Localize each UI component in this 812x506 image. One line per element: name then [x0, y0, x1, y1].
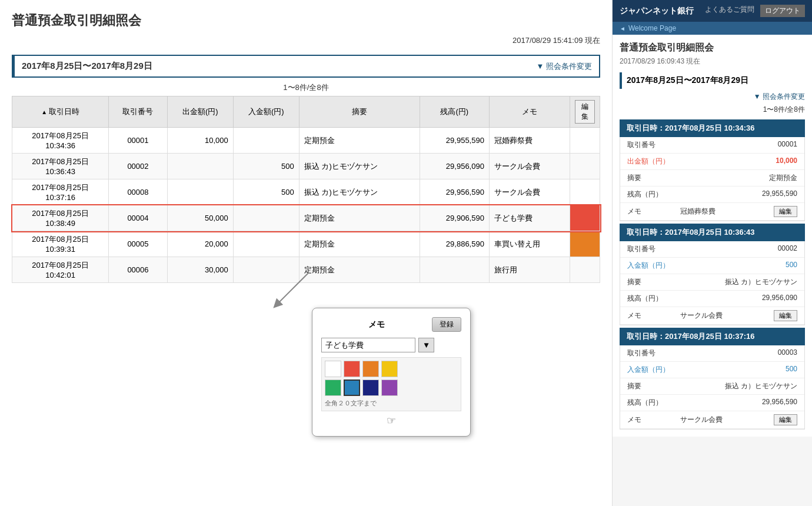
tx-card-header-2: 取引日時：2017年08月25日 10:36:43 [620, 224, 805, 241]
color-swatch-yellow[interactable] [381, 361, 398, 377]
cell-in: 500 [233, 179, 299, 205]
tx-memo-row: メモ 冠婚葬祭費 編集 [620, 203, 804, 221]
table-row: 2017年08月25日10:38:49 00004 50,000 定期預金 29… [12, 205, 600, 231]
cell-desc: 振込 カ)ヒモヅケサン [299, 179, 420, 205]
tx-label: 入金額（円） [627, 365, 680, 375]
tx-detail-row: 残高（円） 29,956,590 [620, 395, 804, 411]
sidebar-header-links: よくあるご質問 ログアウト [705, 5, 805, 17]
memo-register-button[interactable]: 登録 [432, 317, 461, 332]
svg-line-0 [277, 272, 309, 305]
color-swatch-orange[interactable] [362, 361, 379, 377]
faq-link[interactable]: よくあるご質問 [705, 5, 754, 17]
color-swatch-blue[interactable] [344, 380, 360, 396]
sidebar-record-count: 1〜8件/全8件 [620, 105, 805, 115]
cell-date: 2017年08月25日10:37:16 [12, 179, 109, 205]
bank-name: ジャパンネット銀行 [620, 6, 694, 16]
tx-card-header-1: 取引日時：2017年08月25日 10:34:36 [620, 119, 805, 137]
memo-hint-text: 全角２０文字まで [325, 399, 458, 408]
tx-detail-row: 残高（円） 29,955,590 [620, 187, 804, 203]
tx-memo-label: メモ [627, 415, 680, 425]
color-swatch-navy[interactable] [362, 380, 379, 396]
tx-value: 00001 [680, 140, 797, 148]
tx-detail-row: 摘要 振込 カ）ヒモヅケサン [620, 274, 804, 291]
col-header-in: 入金額(円) [233, 96, 299, 128]
tx-label: 出金額（円） [627, 157, 680, 167]
cell-id: 00004 [109, 205, 168, 231]
logout-button[interactable]: ログアウト [760, 5, 805, 17]
tx-value: 定期預金 [680, 173, 797, 183]
cell-edit [570, 154, 600, 179]
cell-date: 2017年08月25日10:36:43 [12, 154, 109, 179]
cell-in: 500 [233, 154, 299, 179]
cell-id: 00006 [109, 257, 168, 283]
cell-desc: 定期預金 [299, 128, 420, 154]
cell-out: 20,000 [167, 231, 233, 257]
tx-detail-row: 出金額（円） 10,000 [620, 154, 804, 170]
tx-label: 残高（円） [627, 294, 680, 304]
tx-card-body-2: 取引番号 00002 入金額（円） 500 摘要 振込 カ）ヒモヅケサン 残高（… [620, 241, 805, 325]
tx-memo-edit-button[interactable]: 編集 [774, 206, 797, 217]
color-swatch-red[interactable] [344, 361, 360, 377]
cell-edit [570, 257, 600, 283]
tx-memo-edit-button[interactable]: 編集 [774, 414, 797, 425]
popup-arrow [259, 249, 324, 314]
tx-value: 29,956,090 [680, 294, 797, 302]
cell-memo: サークル会費 [489, 154, 570, 179]
cell-balance [420, 257, 489, 283]
main-datetime: 2017/08/29 15:41:09 現在 [12, 35, 600, 46]
memo-input-row: ▼ [321, 338, 461, 352]
tx-value: 振込 カ）ヒモヅケサン [680, 381, 797, 391]
cell-out: 30,000 [167, 257, 233, 283]
tx-label: 取引番号 [627, 244, 680, 254]
col-header-id: 取引番号 [109, 96, 168, 128]
welcome-page-link[interactable]: Welcome Page [628, 24, 676, 32]
sidebar-datetime: 2017/08/29 16:09:43 現在 [620, 56, 805, 66]
table-row: 2017年08月25日10:34:36 00001 10,000 定期預金 29… [12, 128, 600, 154]
tx-card-body-1: 取引番号 00001 出金額（円） 10,000 摘要 定期預金 残高（円） 2… [620, 137, 805, 221]
tx-memo-edit-button[interactable]: 編集 [774, 310, 797, 321]
color-swatch-empty [400, 361, 417, 377]
sidebar-condition-change-link[interactable]: 照会条件変更 [754, 92, 805, 102]
tx-value: 500 [680, 365, 797, 373]
memo-text-input[interactable] [321, 338, 415, 352]
tx-detail-row: 入金額（円） 500 [620, 258, 804, 274]
col-header-out: 出金額(円) [167, 96, 233, 128]
tx-label: 残高（円） [627, 189, 680, 199]
welcome-link[interactable]: Welcome Page [613, 22, 812, 35]
cell-memo: サークル会費 [489, 179, 570, 205]
header-edit-btn[interactable]: 編集 [575, 100, 595, 124]
date-range-bar: 2017年8月25日〜2017年8月29日 照会条件変更 [12, 55, 600, 78]
color-swatch-purple[interactable] [381, 380, 398, 396]
page-title: 普通預金取引明細照会 [12, 12, 600, 29]
cell-memo: 車買い替え用 [489, 231, 570, 257]
tx-memo-value: サークル会費 [680, 311, 774, 321]
tx-card-2: 取引日時：2017年08月25日 10:36:43 取引番号 00002 入金額… [620, 224, 805, 325]
tx-memo-value: サークル会費 [680, 415, 774, 425]
tx-value: 00002 [680, 244, 797, 252]
col-header-date[interactable]: 取引日時 [12, 96, 109, 128]
cell-balance: 29,955,590 [420, 128, 489, 154]
cell-desc: 振込 カ)ヒモヅケサン [299, 154, 420, 179]
tx-label: 摘要 [627, 277, 680, 287]
cell-desc: 定期預金 [299, 205, 420, 231]
cell-memo: 子ども学費 [489, 205, 570, 231]
tx-value: 振込 カ）ヒモヅケサン [680, 277, 797, 287]
cell-date: 2017年08月25日10:38:49 [12, 205, 109, 231]
condition-change-link[interactable]: 照会条件変更 [537, 61, 592, 72]
cell-balance: 29,886,590 [420, 231, 489, 257]
cell-out: 10,000 [167, 128, 233, 154]
memo-dropdown-button[interactable]: ▼ [418, 338, 434, 352]
cell-date: 2017年08月25日10:42:01 [12, 257, 109, 283]
cell-in [233, 128, 299, 154]
cell-out [167, 179, 233, 205]
memo-popup-overlay: メモ 登録 ▼ [312, 308, 471, 437]
sidebar-page-title: 普通預金取引明細照会 [620, 42, 805, 54]
table-row: 2017年08月25日10:36:43 00002 500 振込 カ)ヒモヅケサ… [12, 154, 600, 179]
tx-label: 摘要 [627, 381, 680, 391]
cell-id: 00008 [109, 179, 168, 205]
sidebar-header: ジャパンネット銀行 よくあるご質問 ログアウト [613, 0, 812, 22]
color-swatch-green[interactable] [325, 380, 341, 396]
cell-in [233, 205, 299, 231]
color-swatch-white[interactable] [325, 361, 341, 377]
color-grid [325, 361, 458, 396]
